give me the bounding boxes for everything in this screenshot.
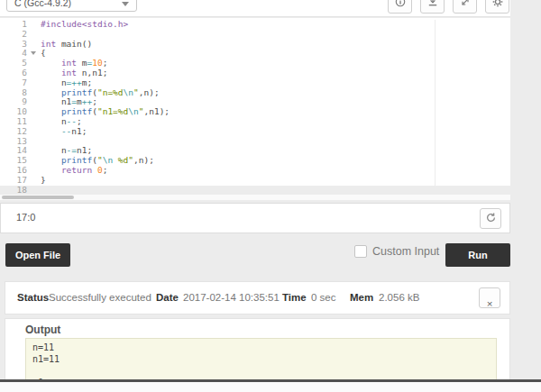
fold-gutter — [27, 59, 41, 68]
cursor-position: 17:0 — [16, 212, 35, 223]
scrollbar-thumb[interactable] — [2, 196, 74, 199]
code-text: } — [41, 176, 46, 186]
fold-gutter — [27, 68, 41, 78]
fullscreen-icon — [460, 0, 471, 11]
below-divider-area — [0, 382, 541, 392]
fold-gutter — [27, 117, 41, 127]
close-result-button[interactable]: × — [479, 287, 500, 308]
fold-gutter — [27, 137, 41, 147]
fold-gutter — [27, 97, 41, 107]
status-value: Successfully executed — [49, 292, 151, 303]
mem-label: Mem — [350, 292, 373, 303]
settings-icon — [492, 0, 503, 11]
date-value: 2017-02-14 10:35:51 — [183, 292, 280, 303]
fullscreen-button[interactable] — [453, 0, 477, 14]
code-line[interactable]: 17} — [0, 176, 510, 186]
language-selector-value: C (Gcc-4.9.2) — [14, 0, 71, 8]
line-number: 7 — [0, 78, 27, 88]
line-number: 18 — [0, 186, 27, 196]
line-number: 12 — [0, 127, 27, 137]
date-label: Date — [156, 292, 179, 303]
code-line[interactable]: 1#include<stdio.h> — [0, 20, 510, 30]
fold-gutter — [27, 176, 41, 186]
download-icon — [427, 0, 438, 11]
info-icon — [395, 0, 406, 11]
fold-gutter — [27, 166, 41, 176]
fold-gutter — [27, 186, 41, 196]
language-selector[interactable]: C (Gcc-4.9.2) — [6, 0, 137, 12]
code-text: return 0; — [41, 166, 107, 176]
refresh-button[interactable] — [480, 208, 501, 229]
fold-toggle-icon[interactable] — [27, 49, 41, 59]
fold-gutter — [27, 107, 41, 117]
horizontal-scrollbar[interactable] — [0, 195, 510, 200]
fold-gutter — [27, 146, 41, 156]
close-icon: × — [487, 298, 493, 309]
run-button[interactable]: Run — [445, 243, 510, 267]
time-value: 0 sec — [311, 292, 336, 303]
mem-value: 2.056 kB — [379, 292, 419, 303]
editor-toolbar: C (Gcc-4.9.2) — [0, 0, 510, 17]
download-button[interactable] — [420, 0, 445, 14]
code-editor[interactable]: 1#include<stdio.h>23int main()4{5 int m=… — [0, 18, 510, 200]
window-edge-divider — [0, 379, 541, 382]
code-line[interactable]: 12 --n1; — [0, 127, 510, 137]
fold-gutter — [27, 88, 41, 98]
editor-lines: 1#include<stdio.h>23int main()4{5 int m=… — [0, 20, 510, 195]
time-label: Time — [282, 292, 307, 303]
line-number: 17 — [0, 176, 27, 186]
editor-status-bar: 17:0 — [0, 203, 510, 233]
fold-gutter — [27, 30, 41, 40]
code-line[interactable]: 18 — [0, 186, 510, 196]
fold-gutter — [27, 20, 41, 30]
refresh-icon — [485, 211, 497, 227]
fold-gutter — [27, 127, 41, 137]
output-title: Output — [25, 324, 60, 336]
code-text: --n1; — [41, 127, 87, 137]
settings-button[interactable] — [485, 0, 509, 14]
status-label: Status — [17, 292, 49, 303]
chevron-down-icon — [122, 2, 129, 6]
open-file-button[interactable]: Open File — [5, 243, 70, 267]
custom-input-checkbox[interactable] — [354, 245, 367, 258]
fold-gutter — [27, 40, 41, 50]
fold-gutter — [27, 156, 41, 166]
fold-gutter — [27, 78, 41, 88]
info-button[interactable] — [388, 0, 412, 14]
code-line[interactable]: 16 return 0; — [0, 166, 510, 176]
ide-page: C (Gcc-4.9.2) 1#include<stdio.h>23int ma… — [0, 0, 541, 392]
code-line[interactable]: 3int main() — [0, 40, 510, 50]
custom-input-label: Custom Input — [372, 245, 439, 258]
result-status-card: Status Successfully executed Date 2017-0… — [5, 281, 510, 315]
line-number: 2 — [0, 30, 27, 40]
code-text: int main() — [41, 40, 92, 50]
code-text: #include<stdio.h> — [41, 20, 128, 30]
